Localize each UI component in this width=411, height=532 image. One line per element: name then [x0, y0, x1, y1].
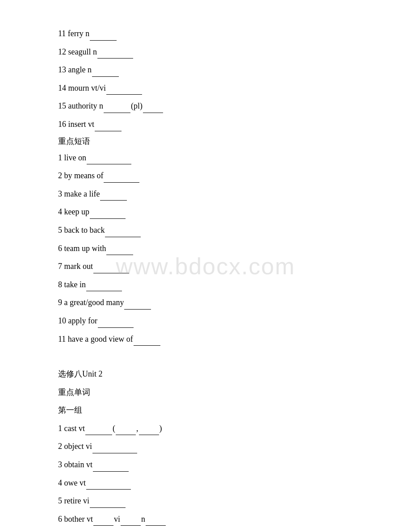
phrase-item-6: 6 team up with — [58, 242, 353, 256]
unit-label: 选修八Unit 2 — [58, 367, 353, 381]
group-label: 第一组 — [58, 403, 353, 417]
vocab-gap — [86, 489, 131, 490]
vocab-item-16: 16 insert vt — [58, 117, 353, 131]
phrase-item-1: 1 live on — [58, 151, 353, 165]
vocab2-item-3: 3 obtain vt — [58, 458, 353, 472]
vocab-item-13: 13 angle n — [58, 63, 353, 77]
vocab2-item-2: 2 object vi — [58, 440, 353, 453]
phrase-gap — [124, 309, 151, 310]
phrase-item-10: 10 apply for — [58, 314, 353, 328]
vocab-gap — [121, 525, 141, 526]
vocab-section: 11 ferry n 12 seagull n 13 angle n 14 mo… — [58, 27, 353, 131]
vocab-gap — [116, 435, 136, 435]
vocab-gap — [92, 76, 119, 77]
vocab-num: 13 angle n — [58, 65, 92, 74]
vocab-num: 15 authority n — [58, 101, 103, 110]
vocab-gap — [104, 113, 130, 113]
vocab-item-11: 11 ferry n — [58, 27, 353, 41]
phrase-gap — [87, 164, 131, 164]
vocab2-item-6: 6 bother vtvin — [58, 512, 353, 526]
vocab-gap — [95, 131, 122, 131]
phrase-item-9: 9 a great/good many — [58, 296, 353, 310]
phrase-item-3: 3 make a life — [58, 187, 353, 201]
vocab-item-15: 15 authority n(pl) — [58, 99, 353, 113]
vocab2-item-1: 1 cast vt(,) — [58, 422, 353, 436]
vocab-num: 12 seagull n — [58, 47, 97, 56]
vocab-gap — [143, 113, 163, 113]
phrase-gap — [98, 327, 134, 328]
phrase-gap — [93, 273, 129, 273]
vocab-gap — [93, 525, 113, 526]
vocab-gap — [90, 507, 126, 508]
phrases-header: 重点短语 — [58, 136, 353, 147]
phrase-item-2: 2 by means of — [58, 169, 353, 183]
unit-section: 选修八Unit 2 重点单词 第一组 1 cast vt(,) 2 object… — [58, 367, 353, 526]
vocab-gap — [92, 453, 137, 453]
vocab-gap — [146, 525, 166, 526]
phrase-item-8: 8 take in — [58, 278, 353, 292]
phrase-item-11: 11 have a good view of — [58, 332, 353, 346]
vocab2-item-4: 4 owe vt — [58, 476, 353, 490]
vocab-item-14: 14 mourn vt/vi — [58, 81, 353, 95]
phrase-item-7: 7 mark out — [58, 260, 353, 273]
vocab-gap — [85, 435, 112, 435]
vocab-gap — [97, 58, 133, 59]
vocab-label2: 重点单词 — [58, 385, 353, 399]
phrase-gap — [100, 200, 127, 201]
vocab-gap — [90, 40, 117, 41]
phrase-gap — [105, 237, 141, 237]
vocab-gap — [139, 435, 159, 435]
phrase-gap — [90, 218, 126, 219]
phrase-item-5: 5 back to back — [58, 223, 353, 237]
phrase-gap — [134, 345, 160, 346]
vocab2-item-5: 5 retire vi — [58, 494, 353, 508]
vocab-text: (pl) — [131, 101, 143, 110]
vocab-num: 11 ferry n — [58, 29, 89, 38]
phrase-gap — [86, 291, 122, 291]
vocab-item-12: 12 seagull n — [58, 45, 353, 59]
vocab-gap — [93, 471, 129, 472]
vocab-num: 16 insert vt — [58, 120, 94, 129]
vocab-num: 14 mourn vt/vi — [58, 84, 106, 92]
vocab-gap — [106, 94, 142, 95]
phrases-section: 1 live on 2 by means of 3 make a life 4 … — [58, 151, 353, 346]
phrase-item-4: 4 keep up — [58, 205, 353, 219]
phrase-gap — [104, 182, 139, 183]
phrase-gap — [106, 255, 133, 255]
